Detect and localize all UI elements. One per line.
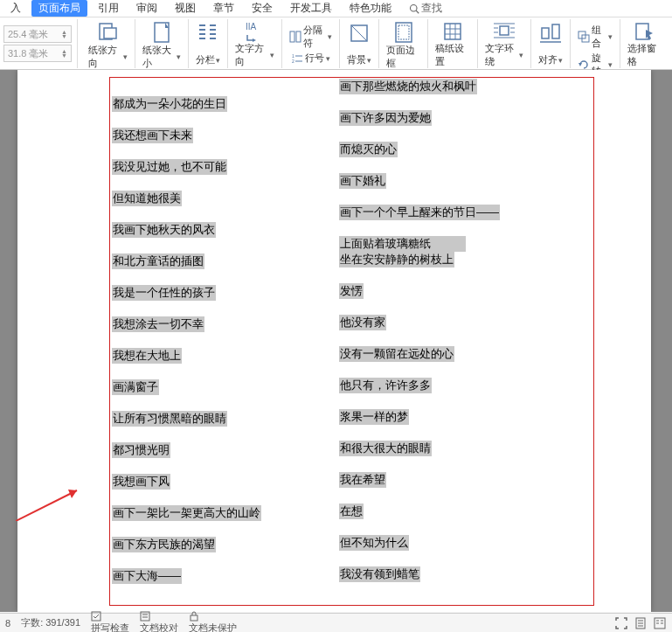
text-line[interactable]: 我画下她秋天的风衣 — [112, 222, 216, 238]
text-line[interactable]: 画下东方民族的渴望 — [112, 537, 216, 552]
background-button[interactable]: 背景▾ — [340, 19, 379, 68]
align-button[interactable]: 对齐▾ — [531, 19, 571, 68]
tab-features[interactable]: 特色功能 — [343, 0, 398, 17]
page-border-label: 页面边框 — [386, 44, 420, 70]
spinner-icon[interactable]: ▲▼ — [61, 49, 67, 58]
text-line[interactable]: 上面贴着玻璃糖纸 — [339, 236, 466, 252]
tab-security[interactable]: 安全 — [245, 0, 280, 17]
orientation-button[interactable]: 纸张方向▾ — [81, 19, 135, 68]
tab-dev-tools[interactable]: 开发工具 — [283, 0, 339, 17]
text-line[interactable]: 我没见过她，也不可能 — [112, 159, 227, 175]
view-mode-print-icon[interactable] — [634, 616, 648, 630]
margin-height-input[interactable]: 31.8 毫米 ▲▼ — [3, 45, 72, 62]
chevron-down-icon: ▾ — [270, 51, 274, 59]
text-columns: 都成为一朵小花的生日 我还想画下未来 我没见过她，也不可能 但知道她很美 我画下… — [112, 79, 588, 603]
tab-search[interactable]: 查找 — [409, 1, 442, 16]
text-line[interactable]: 画下一架比一架更高大的山岭 — [112, 505, 261, 521]
text-line[interactable]: 在想 — [339, 504, 364, 519]
text-line[interactable]: 画满窗子 — [112, 379, 159, 395]
protection-button[interactable]: 文档未保护 — [189, 611, 237, 632]
proofing-button[interactable]: 文档校对 — [140, 611, 178, 632]
separator-button[interactable]: 分隔符▾ — [288, 23, 334, 51]
text-line[interactable]: 画下许多因为爱她 — [339, 110, 432, 126]
group-rotate-group: 组合▾ 旋转▾ — [571, 19, 620, 68]
text-line[interactable]: 我想在大地上 — [112, 348, 182, 364]
page-indicator[interactable]: 8 — [5, 618, 10, 629]
select-pane-button[interactable]: 选择窗格 — [620, 19, 669, 68]
text-line[interactable]: 都成为一朵小花的生日 — [112, 96, 227, 112]
svg-rect-25 — [445, 24, 461, 39]
line-number-button[interactable]: 12 行号▾ — [289, 51, 332, 66]
text-line[interactable]: 但不知为什么 — [339, 535, 409, 551]
direction-icon: IIA — [242, 21, 267, 42]
spellcheck-icon — [91, 611, 129, 622]
svg-rect-47 — [92, 612, 100, 621]
margin-width-input[interactable]: 25.4 毫米 ▲▼ — [3, 25, 72, 43]
text-wrap-button[interactable]: 文字环绕▾ — [478, 19, 532, 68]
select-pane-icon — [632, 21, 656, 42]
tab-references[interactable]: 引用 — [91, 0, 126, 17]
text-line[interactable]: 和很大很大的眼睛 — [339, 441, 432, 456]
columns-button[interactable]: 分栏▾ — [189, 19, 228, 68]
align-icon — [538, 21, 563, 45]
text-line[interactable]: 让所有习惯黑暗的眼睛 — [112, 411, 227, 427]
letterhead-button[interactable]: 稿纸设置 — [428, 19, 477, 68]
columns-label: 分栏 — [196, 53, 215, 66]
tab-chapter[interactable]: 章节 — [206, 0, 241, 17]
text-line[interactable]: 我在希望 — [339, 472, 386, 488]
text-line[interactable]: 和北方童话的插图 — [112, 253, 204, 269]
text-line[interactable]: 我想涂去一切不幸 — [112, 316, 204, 332]
svg-rect-56 — [655, 618, 665, 629]
chevron-down-icon: ▾ — [328, 32, 332, 41]
text-line[interactable]: 而熄灭的心 — [339, 142, 398, 157]
text-line[interactable]: 我是一个任性的孩子 — [112, 285, 216, 301]
tab-review[interactable]: 审阅 — [129, 0, 164, 17]
text-line[interactable]: 发愣 — [339, 283, 364, 299]
column-2: 画下那些燃烧的烛火和枫叶 画下许多因为爱她 而熄灭的心 画下婚礼 画下一个个早上… — [339, 79, 588, 603]
margin-height-value: 31.8 毫米 — [8, 47, 48, 60]
direction-button[interactable]: IIA 文字方向▾ — [228, 19, 282, 68]
text-line[interactable]: 画下大海—— — [112, 568, 182, 584]
svg-rect-16 — [296, 31, 301, 42]
text-wrap-label: 文字环绕 — [485, 42, 519, 68]
text-line[interactable]: 我没有领到蜡笔 — [339, 566, 420, 582]
separator-group: 分隔符▾ 12 行号▾ — [282, 19, 340, 68]
status-right — [614, 616, 667, 630]
chevron-down-icon: ▾ — [177, 52, 181, 61]
fullscreen-icon[interactable] — [614, 616, 628, 630]
separator-label: 分隔符 — [303, 24, 326, 50]
text-line[interactable]: 画下一个个早上醒来的节日—— — [339, 205, 500, 220]
text-line[interactable]: 我还想画下未来 — [112, 128, 193, 143]
text-line[interactable]: 他只有，许许多多 — [339, 378, 432, 393]
document-area[interactable]: 都成为一朵小花的生日 我还想画下未来 我没见过她，也不可能 但知道她很美 我画下… — [0, 70, 672, 612]
tab-page-layout[interactable]: 页面布局 — [31, 0, 87, 17]
text-line[interactable]: 但知道她很美 — [112, 191, 182, 206]
proofing-label: 文档校对 — [140, 622, 178, 632]
orientation-label: 纸张方向 — [88, 44, 122, 70]
size-button[interactable]: 纸张大小▾ — [135, 19, 190, 68]
text-line[interactable]: 画下那些燃烧的烛火和枫叶 — [339, 79, 477, 94]
text-line[interactable]: 没有一颗留在远处的心 — [339, 346, 454, 362]
group-button[interactable]: 组合▾ — [576, 23, 614, 51]
svg-rect-24 — [398, 25, 409, 39]
group-label: 组合 — [592, 24, 606, 50]
svg-rect-51 — [191, 615, 197, 621]
text-line[interactable]: 坐在安安静静的树枝上 — [339, 252, 454, 267]
spellcheck-label: 拼写检查 — [91, 622, 129, 632]
view-mode-outline-icon[interactable] — [653, 616, 667, 630]
line-number-label: 行号 — [305, 52, 324, 65]
text-line[interactable]: 都习惯光明 — [112, 442, 170, 458]
tab-insert[interactable]: 入 — [3, 0, 28, 17]
svg-marker-42 — [578, 63, 582, 66]
chevron-down-icon: ▾ — [326, 54, 330, 63]
text-line[interactable]: 画下婚礼 — [339, 173, 386, 189]
text-line[interactable]: 他没有家 — [339, 315, 386, 330]
word-count[interactable]: 字数: 391/391 — [21, 616, 80, 629]
text-line[interactable]: 浆果一样的梦 — [339, 409, 409, 425]
chevron-down-icon: ▾ — [123, 52, 128, 61]
spellcheck-button[interactable]: 拼写检查 — [91, 611, 129, 632]
text-line[interactable]: 我想画下风 — [112, 474, 170, 490]
page-border-button[interactable]: 页面边框 — [379, 19, 428, 68]
spinner-icon[interactable]: ▲▼ — [61, 30, 67, 38]
tab-view[interactable]: 视图 — [168, 0, 203, 17]
